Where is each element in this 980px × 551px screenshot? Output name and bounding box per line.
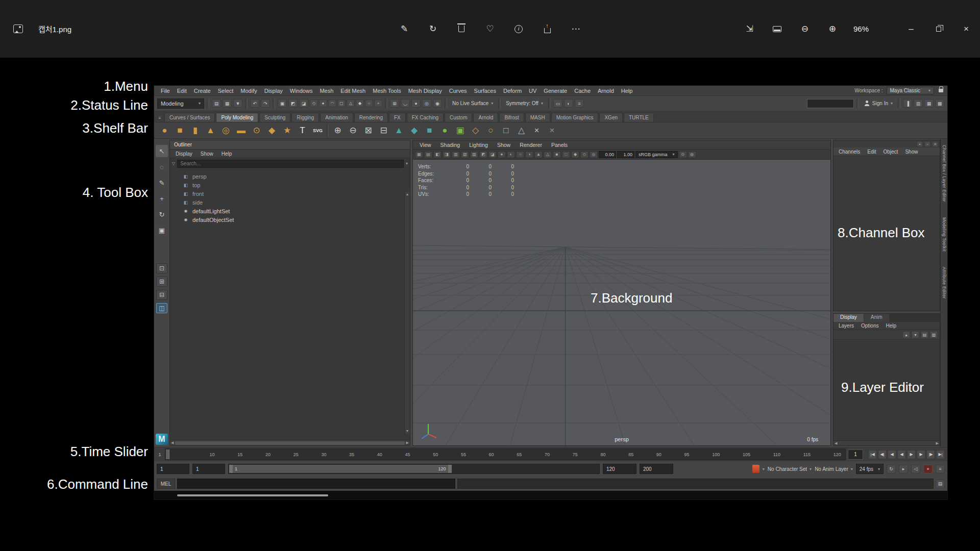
menu-item[interactable]: Help: [618, 88, 636, 94]
viewport-menu-item[interactable]: Shading: [436, 142, 465, 148]
layout-outliner-persp-button[interactable]: ◫: [156, 303, 167, 313]
grid-toggle-icon[interactable]: ◩: [479, 151, 487, 158]
menu-set-dropdown[interactable]: Modeling▾: [157, 98, 204, 109]
outliner-item[interactable]: ◧ front: [170, 189, 410, 198]
viewport-menu-item[interactable]: View: [415, 142, 436, 148]
play-backwards-button[interactable]: ◀: [897, 450, 906, 459]
use-all-lights-icon[interactable]: ◆: [571, 151, 579, 158]
go-to-start-button[interactable]: |◀: [868, 450, 877, 459]
combine-icon[interactable]: ⊠: [362, 124, 375, 137]
save-scene-icon[interactable]: ▼: [233, 99, 242, 108]
safe-title-icon[interactable]: ▲: [534, 151, 543, 158]
close-button[interactable]: ×: [952, 0, 980, 58]
zoom-in-button[interactable]: ⊕: [826, 22, 839, 36]
rotate-button[interactable]: ↻: [426, 22, 439, 36]
step-back-key-button[interactable]: ◀: [888, 450, 896, 459]
sweep-mesh-icon[interactable]: ★: [281, 124, 293, 137]
command-language-toggle[interactable]: MEL: [157, 479, 175, 489]
menu-item[interactable]: Modify: [237, 88, 260, 94]
menu-item[interactable]: Arnold: [594, 88, 618, 94]
lock-camera-icon[interactable]: ▤: [424, 151, 432, 158]
mask-surfaces-icon[interactable]: ▢: [337, 99, 346, 107]
menu-item[interactable]: Mesh Display: [405, 88, 446, 94]
live-surface-dropdown[interactable]: No Live Surface▾: [450, 101, 496, 106]
bevel-icon[interactable]: ◆: [408, 124, 421, 137]
outliner-menu-item[interactable]: Help: [218, 151, 236, 157]
toggle-tool-settings-icon[interactable]: ▥: [914, 99, 923, 108]
snap-to-view-plane-icon[interactable]: ◎: [422, 99, 431, 108]
mask-joints-icon[interactable]: ●: [319, 99, 327, 107]
target-weld-icon[interactable]: ○: [484, 124, 497, 137]
viewport-menu-item[interactable]: Panels: [547, 142, 572, 148]
range-slider-bar[interactable]: 1 120: [229, 465, 452, 473]
outliner-menu-item[interactable]: Show: [197, 151, 217, 157]
menu-item[interactable]: File: [157, 88, 174, 94]
viewport-menu-item[interactable]: Lighting: [464, 142, 493, 148]
mask-rendering-icon[interactable]: ○: [365, 99, 373, 107]
character-set-dropdown[interactable]: No Character Set▾: [768, 466, 812, 472]
shelf-menu-icon[interactable]: ≡: [156, 114, 163, 122]
polygon-cylinder-icon[interactable]: ▮: [189, 124, 202, 137]
symmetry-dropdown[interactable]: Symmetry: Off▾: [503, 101, 546, 106]
gate-mask-icon[interactable]: ◐: [507, 151, 515, 158]
shelf-tab[interactable]: Bifrost: [499, 113, 524, 122]
ipr-render-icon[interactable]: ◐: [564, 99, 573, 108]
animation-start-field[interactable]: 1: [157, 464, 189, 474]
wireframe-icon[interactable]: △: [544, 151, 552, 158]
shelf-tab[interactable]: Arnold: [473, 113, 498, 122]
outliner-item[interactable]: ◧ persp: [170, 172, 410, 181]
toggle-attribute-editor-icon[interactable]: ▐: [903, 99, 912, 108]
lasso-tool-icon[interactable]: ◌: [156, 161, 168, 173]
new-empty-layer-icon[interactable]: ▤: [921, 331, 928, 338]
minimize-button[interactable]: –: [897, 0, 925, 58]
new-scene-icon[interactable]: ▤: [212, 99, 221, 108]
snap-to-curve-icon[interactable]: ◡: [401, 99, 410, 108]
shadows-icon[interactable]: ◇: [580, 151, 589, 158]
menu-item[interactable]: Surfaces: [471, 88, 500, 94]
polygon-disc-icon[interactable]: ⊙: [250, 124, 263, 137]
menu-item[interactable]: Deform: [500, 88, 525, 94]
channel-box-menu-item[interactable]: Edit: [864, 149, 879, 155]
polygon-sphere-icon[interactable]: ●: [158, 124, 171, 137]
fullscreen-button[interactable]: ⇲: [743, 22, 756, 36]
select-tool-icon[interactable]: ↖: [156, 145, 168, 157]
extrude-icon[interactable]: ▲: [393, 124, 405, 137]
snap-to-point-icon[interactable]: ●: [411, 99, 421, 108]
field-chart-icon[interactable]: ○: [516, 151, 524, 158]
channel-box-menu-item[interactable]: Channels: [836, 149, 863, 155]
layer-editor-tab[interactable]: Anim: [864, 314, 889, 322]
photos-app-icon[interactable]: [13, 24, 23, 33]
shelf-tab[interactable]: MASH: [525, 113, 550, 122]
menu-item[interactable]: Display: [261, 88, 286, 94]
menu-item[interactable]: Cache: [571, 88, 594, 94]
mask-deformers-icon[interactable]: △: [347, 99, 355, 107]
scale-tool-icon[interactable]: ▣: [156, 224, 168, 236]
workspace-dropdown[interactable]: Maya Classic▾: [887, 87, 934, 94]
help-line-scrollbar[interactable]: [177, 494, 328, 496]
2d-pan-zoom-icon[interactable]: ▧: [461, 151, 469, 158]
crease-icon[interactable]: ◇: [469, 124, 482, 137]
menu-item[interactable]: UV: [525, 88, 540, 94]
viewport-menu-item[interactable]: Renderer: [515, 142, 547, 148]
playback-end-field[interactable]: 120: [603, 464, 636, 474]
filmstrip-toggle-button[interactable]: [771, 22, 784, 36]
info-button[interactable]: i: [512, 22, 525, 36]
boolean-difference-icon[interactable]: ⊖: [347, 124, 359, 137]
connect-icon[interactable]: □: [500, 124, 512, 137]
layer-editor-scrollbar[interactable]: ◀▶: [834, 440, 940, 445]
redo-icon[interactable]: ↷: [261, 99, 270, 108]
chevron-down-icon[interactable]: ▾: [763, 467, 765, 471]
smooth-icon[interactable]: ●: [438, 124, 451, 137]
range-slider[interactable]: 1 120: [228, 464, 600, 474]
polygon-platonic-icon[interactable]: ◆: [265, 124, 278, 137]
move-layer-down-icon[interactable]: ▾: [912, 331, 919, 338]
numeric-input-field[interactable]: [807, 99, 854, 108]
polygon-cube-icon[interactable]: ■: [174, 124, 186, 137]
quad-draw-icon[interactable]: ×: [546, 124, 558, 137]
svg-tool-icon[interactable]: SVG: [311, 124, 324, 137]
symmetrize-icon[interactable]: △: [515, 124, 528, 137]
textured-icon[interactable]: □: [562, 151, 570, 158]
exposure-field[interactable]: 0.00: [599, 151, 616, 158]
mute-sound-icon[interactable]: ◁: [911, 465, 920, 473]
range-end-handle[interactable]: [448, 465, 452, 473]
